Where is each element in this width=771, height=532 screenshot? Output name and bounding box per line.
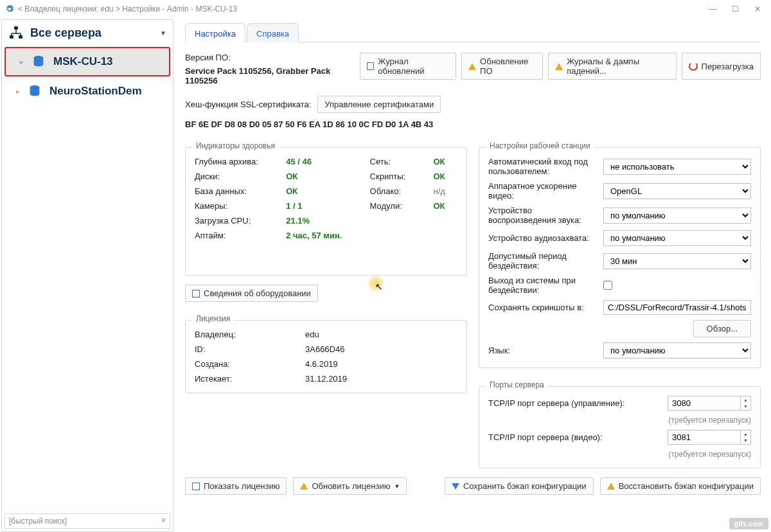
- clear-icon[interactable]: ×: [161, 516, 166, 525]
- refresh-icon: [689, 62, 698, 71]
- browse-button[interactable]: Обзор...: [693, 320, 751, 337]
- save-backup-button[interactable]: Сохранить бэкап конфигурации: [445, 477, 594, 495]
- version-value: Service Pack 1105256, Grabber Pack 11052…: [185, 66, 353, 85]
- warning-icon: [555, 63, 563, 70]
- database-icon: [30, 55, 47, 69]
- ws-legend: Настройки рабочей станции: [486, 141, 594, 150]
- sidebar-heading-label: Все сервера: [30, 26, 102, 40]
- maximize-button[interactable]: ☐: [732, 4, 739, 13]
- warning-icon: [607, 483, 615, 490]
- close-button[interactable]: ✕: [754, 4, 761, 13]
- logout-idle-checkbox[interactable]: [603, 281, 612, 290]
- chevron-down-icon: ▼: [160, 30, 166, 37]
- tabs: Настройка Справка: [185, 23, 761, 42]
- content: Настройка Справка Версия ПО: Service Pac…: [175, 18, 771, 532]
- download-icon: [452, 483, 459, 490]
- manage-certs-button[interactable]: Управление сертификатами: [317, 96, 441, 113]
- server-item-neuro[interactable]: ▸ NeuroStationDem: [2, 78, 173, 105]
- watermark: gifs.com: [729, 518, 768, 529]
- lang-select[interactable]: по умолчанию: [603, 342, 751, 359]
- network-icon: [8, 25, 24, 40]
- show-license-button[interactable]: Показать лицензию: [185, 477, 287, 495]
- license-fieldset: Лицензия Владелец:edu ID:3A666D46 Создан…: [185, 320, 467, 393]
- square-icon: [192, 290, 200, 297]
- server-item-msk[interactable]: ▸ MSK-CU-13: [4, 47, 170, 76]
- shots-path-input[interactable]: [603, 300, 751, 315]
- audio-out-select[interactable]: по умолчанию: [603, 208, 751, 224]
- update-license-button[interactable]: Обновить лицензию ▼: [293, 477, 407, 495]
- server-name: NeuroStationDem: [49, 85, 142, 98]
- warning-icon: [468, 63, 476, 70]
- svg-rect-0: [14, 26, 18, 30]
- quick-search-input[interactable]: [быстрый поиск] ×: [4, 513, 170, 529]
- tab-help[interactable]: Справка: [247, 23, 299, 42]
- ports-legend: Порты сервера: [486, 380, 548, 389]
- reboot-button[interactable]: Перезагрузка: [682, 53, 761, 80]
- update-button[interactable]: Обновление ПО: [461, 53, 543, 80]
- license-legend: Лицензия: [192, 314, 234, 323]
- svg-rect-1: [10, 35, 13, 39]
- mgmt-port-input[interactable]: ▲▼: [668, 396, 751, 411]
- journal-icon: [367, 62, 374, 70]
- workstation-fieldset: Настройки рабочей станции Автоматический…: [479, 147, 761, 368]
- ssl-label: Хеш-функция SSL-cертификата:: [185, 100, 311, 109]
- server-name: MSK-CU-13: [53, 55, 113, 68]
- sidebar-heading[interactable]: Все сервера ▼: [2, 20, 173, 46]
- health-fieldset: Индикаторы здоровья Глубина архива:45 / …: [185, 147, 467, 276]
- chevron-right-icon: ▸: [20, 58, 26, 66]
- sidebar: Все сервера ▼ ▸ MSK-CU-13 ▸ NeuroStation…: [1, 19, 173, 532]
- chevron-down-icon: ▼: [394, 483, 400, 490]
- audio-in-select[interactable]: по умолчанию: [603, 230, 751, 246]
- svg-rect-2: [19, 35, 22, 39]
- warning-icon: [300, 483, 308, 490]
- database-icon: [26, 84, 43, 98]
- tab-settings[interactable]: Настройка: [185, 23, 245, 42]
- health-legend: Индикаторы здоровья: [192, 141, 279, 150]
- ports-fieldset: Порты сервера TCP/IP порт сервера (управ…: [479, 386, 761, 468]
- spin-down-icon[interactable]: ▼: [741, 403, 750, 411]
- auto-login-select[interactable]: не использовать: [603, 159, 751, 175]
- minimize-button[interactable]: —: [709, 4, 716, 13]
- quick-search-placeholder: [быстрый поиск]: [9, 517, 67, 526]
- version-label: Версия ПО:: [185, 53, 353, 62]
- titlebar: < Владелец лицензии: edu > Настройки - A…: [0, 0, 771, 18]
- hw-info-button[interactable]: Сведения об оборудовании: [185, 285, 318, 302]
- journal-button[interactable]: Журнал обновлений: [360, 53, 456, 80]
- spin-up-icon[interactable]: ▲: [741, 396, 750, 403]
- gear-icon: [5, 4, 14, 13]
- idle-select[interactable]: 30 мин: [603, 253, 751, 269]
- breadcrumb: < Владелец лицензии: edu > Настройки - A…: [18, 4, 237, 13]
- spin-down-icon[interactable]: ▼: [741, 438, 750, 445]
- spin-up-icon[interactable]: ▲: [741, 430, 750, 438]
- hw-accel-select[interactable]: OpenGL: [603, 183, 751, 199]
- ssl-hash: BF 6E DF D8 08 D0 05 87 50 F6 EA 1D 86 1…: [185, 120, 761, 129]
- square-icon: [192, 483, 200, 490]
- chevron-right-icon: ▸: [16, 87, 22, 96]
- logs-button[interactable]: Журналы & дампы падений...: [548, 53, 676, 80]
- video-port-input[interactable]: ▲▼: [668, 430, 751, 445]
- restore-backup-button[interactable]: Восстановить бэкап конфигурации: [600, 477, 761, 495]
